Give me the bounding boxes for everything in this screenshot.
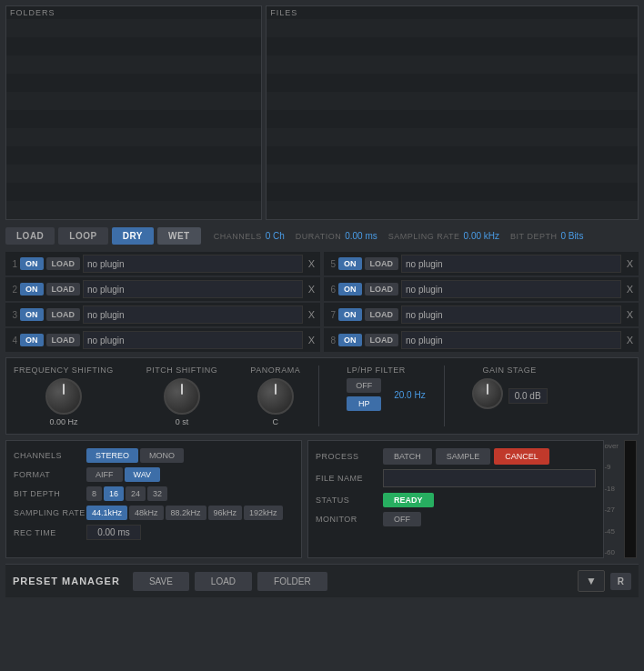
- plugin-name: no plugin: [401, 331, 621, 349]
- on-button[interactable]: ON: [338, 334, 362, 346]
- load-plugin-button[interactable]: LOAD: [46, 283, 81, 295]
- row-num: 6: [327, 285, 336, 295]
- bd-32-button[interactable]: 32: [147, 486, 167, 501]
- bit-depth-setting-label: BIT DEPTH: [14, 489, 86, 498]
- folders-label: FOLDERS: [6, 6, 261, 19]
- cancel-button[interactable]: CANCEL: [494, 448, 549, 465]
- sampling-rate-setting-label: SAMPLING RATE: [14, 508, 86, 518]
- on-button[interactable]: ON: [20, 334, 44, 346]
- on-button[interactable]: ON: [338, 308, 362, 321]
- plugin-name: no plugin: [83, 305, 303, 324]
- file-name-label: FILE NAME: [316, 474, 379, 483]
- vu-m9: -9: [604, 463, 619, 471]
- loop-button[interactable]: LOOP: [58, 227, 107, 245]
- channels-value: 0 Ch: [266, 231, 285, 241]
- sampling-rate-label: SAMPLING RATE: [388, 232, 460, 241]
- mono-button[interactable]: MONO: [140, 448, 184, 463]
- plugin-row: 7 ON LOAD no plugin X: [324, 303, 639, 326]
- on-button[interactable]: ON: [338, 283, 362, 295]
- channels-setting-label: CHANNELS: [14, 451, 86, 460]
- stereo-button[interactable]: STEREO: [86, 448, 138, 463]
- plugin-name: no plugin: [83, 280, 303, 298]
- duration-value: 0.00 ms: [345, 231, 377, 241]
- pitch-shifting-label: PITCH SHIFTING: [146, 366, 218, 375]
- lp-hp-label: LP/HP FILTER: [347, 366, 406, 375]
- monitor-status: OFF: [383, 512, 421, 526]
- dry-button[interactable]: DRY: [112, 227, 154, 245]
- remove-plugin-button[interactable]: X: [624, 284, 636, 295]
- filter-off-button[interactable]: OFF: [347, 378, 381, 393]
- aiff-button[interactable]: AIFF: [86, 467, 123, 482]
- load-plugin-button[interactable]: LOAD: [365, 283, 399, 295]
- preset-load-button[interactable]: LOAD: [195, 572, 252, 591]
- monitor-label: MONITOR: [316, 515, 379, 524]
- freq-shifting-knob[interactable]: [45, 378, 82, 415]
- load-plugin-button[interactable]: LOAD: [46, 334, 81, 346]
- plugin-name: no plugin: [83, 331, 303, 349]
- files-panel: [267, 19, 638, 219]
- plugin-row: 6 ON LOAD no plugin X: [324, 277, 639, 301]
- load-plugin-button[interactable]: LOAD: [365, 308, 399, 321]
- wav-button[interactable]: WAV: [125, 467, 161, 482]
- preset-r-button[interactable]: R: [610, 573, 631, 590]
- gain-knob[interactable]: [472, 378, 503, 409]
- filter-hp-button[interactable]: HP: [347, 396, 381, 411]
- load-button[interactable]: LOAD: [5, 227, 55, 245]
- file-name-input[interactable]: [383, 469, 596, 487]
- load-plugin-button[interactable]: LOAD: [46, 257, 81, 270]
- wet-button[interactable]: WET: [157, 227, 201, 245]
- vu-m45: -45: [604, 527, 619, 536]
- load-plugin-button[interactable]: LOAD: [46, 308, 81, 321]
- folders-panel: [6, 19, 261, 219]
- rec-time-value: 0.00 ms: [86, 525, 141, 540]
- vu-meter: [624, 440, 637, 558]
- on-button[interactable]: ON: [20, 308, 44, 321]
- preset-folder-button[interactable]: FOLDER: [257, 572, 327, 591]
- on-button[interactable]: ON: [338, 257, 362, 270]
- row-num: 1: [8, 259, 17, 269]
- sr-44-button[interactable]: 44.1kHz: [86, 506, 127, 520]
- sr-96-button[interactable]: 96kHz: [208, 506, 243, 520]
- sample-button[interactable]: SAMPLE: [436, 448, 491, 465]
- remove-plugin-button[interactable]: X: [624, 309, 636, 320]
- remove-plugin-button[interactable]: X: [624, 258, 636, 269]
- freq-shifting-value: 0.00 Hz: [49, 417, 77, 426]
- panorama-knob[interactable]: [257, 378, 294, 415]
- bit-depth-label: BIT DEPTH: [510, 232, 557, 241]
- bd-16-button[interactable]: 16: [104, 486, 124, 501]
- sr-48-button[interactable]: 48kHz: [129, 506, 164, 520]
- filter-hz-value: 20.0 Hz: [394, 390, 425, 400]
- freq-shifting-label: FREQUENCY SHIFTING: [14, 366, 114, 375]
- files-label: FILES: [267, 6, 638, 19]
- format-setting-label: FORMAT: [14, 470, 86, 479]
- plugin-row: 4 ON LOAD no plugin X: [5, 328, 320, 352]
- process-label: PROCESS: [316, 452, 379, 461]
- row-num: 7: [327, 310, 336, 320]
- load-plugin-button[interactable]: LOAD: [365, 257, 399, 270]
- preset-arrow-button[interactable]: ▼: [578, 570, 605, 592]
- plugin-row: 3 ON LOAD no plugin X: [5, 303, 320, 326]
- plugin-name: no plugin: [401, 255, 621, 273]
- remove-plugin-button[interactable]: X: [306, 309, 317, 320]
- remove-plugin-button[interactable]: X: [624, 335, 636, 346]
- panorama-value: C: [273, 417, 279, 426]
- plugin-row: 5 ON LOAD no plugin X: [324, 252, 639, 275]
- remove-plugin-button[interactable]: X: [306, 335, 317, 346]
- bd-24-button[interactable]: 24: [126, 486, 146, 501]
- on-button[interactable]: ON: [20, 283, 44, 295]
- on-button[interactable]: ON: [20, 257, 44, 270]
- bd-8-button[interactable]: 8: [86, 486, 102, 501]
- remove-plugin-button[interactable]: X: [306, 258, 317, 269]
- pitch-shifting-knob[interactable]: [164, 378, 200, 415]
- batch-button[interactable]: BATCH: [383, 448, 432, 465]
- remove-plugin-button[interactable]: X: [306, 284, 317, 295]
- preset-save-button[interactable]: SAVE: [133, 572, 189, 591]
- preset-manager-label: PRESET MANAGER: [13, 576, 120, 586]
- load-plugin-button[interactable]: LOAD: [365, 334, 399, 346]
- sr-88-button[interactable]: 88.2kHz: [166, 506, 206, 520]
- gain-value: 0.0 dB: [508, 388, 548, 404]
- plugin-row: 1 ON LOAD no plugin X: [5, 252, 320, 275]
- vu-m27: -27: [604, 506, 619, 514]
- bit-depth-value: 0 Bits: [560, 231, 583, 241]
- sr-192-button[interactable]: 192kHz: [244, 506, 283, 520]
